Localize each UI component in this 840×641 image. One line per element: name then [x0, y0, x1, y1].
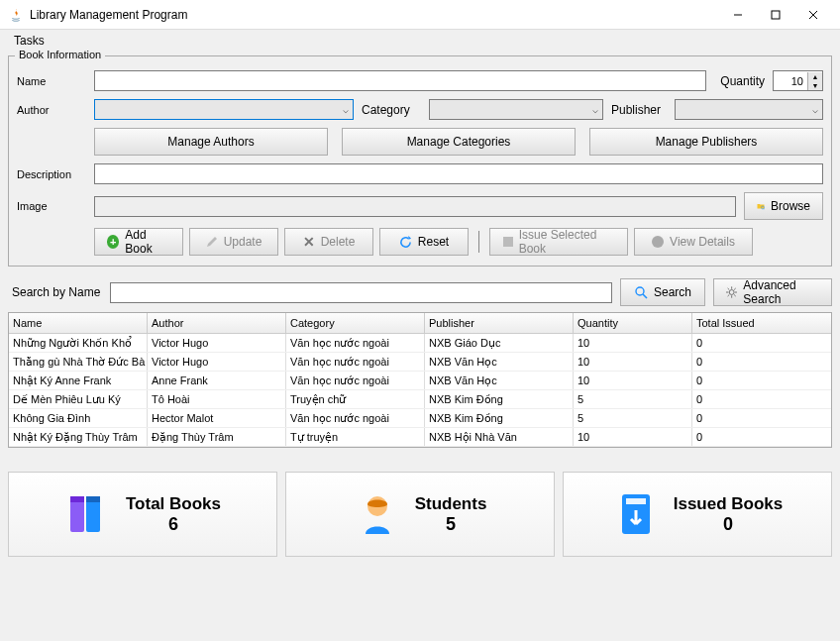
table-cell: Victor Hugo	[148, 334, 286, 352]
col-header[interactable]: Publisher	[425, 313, 574, 333]
table-cell: Hector Malot	[148, 409, 286, 427]
table-cell: Văn học nước ngoài	[286, 409, 425, 427]
issued-value: 0	[674, 514, 784, 535]
description-input[interactable]	[94, 163, 823, 184]
svg-point-7	[636, 287, 644, 295]
table-cell: Những Người Khốn Khổ	[9, 334, 148, 352]
titlebar: Library Management Program	[0, 0, 840, 30]
table-header: NameAuthorCategoryPublisherQuantityTotal…	[9, 313, 831, 334]
table-row[interactable]: Nhật Ký Đặng Thùy TrâmĐặng Thùy TrâmTự t…	[9, 428, 831, 447]
menubar: Tasks	[0, 30, 840, 52]
table-cell: NXB Hội Nhà Văn	[425, 428, 574, 446]
author-combo[interactable]	[94, 99, 354, 120]
col-header[interactable]: Total Issued	[692, 313, 831, 333]
col-header[interactable]: Quantity	[574, 313, 692, 333]
table-cell: Không Gia Đình	[9, 409, 148, 427]
book-icon	[502, 236, 513, 248]
table-cell: 10	[574, 428, 692, 446]
issue-selected-button[interactable]: Issue Selected Book	[489, 228, 628, 256]
table-row[interactable]: Những Người Khốn KhổVictor HugoVăn học n…	[9, 334, 831, 353]
spinner-up[interactable]: ▲	[808, 72, 822, 81]
table-cell: 0	[692, 390, 831, 408]
quantity-input[interactable]	[774, 71, 807, 90]
author-label: Author	[17, 104, 86, 116]
advanced-search-button[interactable]: Advanced Search	[713, 278, 832, 306]
students-value: 5	[415, 514, 487, 535]
publisher-label: Publisher	[611, 103, 667, 117]
table-cell: Truyện chữ	[286, 390, 425, 408]
dot-icon	[652, 236, 664, 248]
publisher-combo[interactable]	[675, 99, 823, 120]
manage-authors-button[interactable]: Manage Authors	[94, 128, 328, 156]
maximize-button[interactable]	[757, 1, 794, 29]
table-cell: NXB Kim Đồng	[425, 390, 574, 408]
table-cell: 5	[574, 390, 692, 408]
table-cell: 0	[692, 409, 831, 427]
table-cell: 5	[574, 409, 692, 427]
search-input[interactable]	[110, 282, 612, 303]
student-icon	[354, 490, 401, 538]
svg-rect-16	[626, 498, 646, 504]
quantity-spinner[interactable]: ▲ ▼	[773, 70, 823, 91]
svg-rect-12	[70, 496, 84, 502]
table-cell: 0	[692, 428, 831, 446]
col-header[interactable]: Author	[148, 313, 286, 333]
delete-button[interactable]: ✕ Delete	[284, 228, 373, 256]
minimize-button[interactable]	[719, 1, 757, 29]
table-cell: Văn học nước ngoài	[286, 334, 425, 352]
table-cell: Tự truyện	[286, 428, 425, 446]
total-books-label: Total Books	[126, 494, 221, 514]
search-button[interactable]: Search	[620, 278, 705, 306]
description-label: Description	[17, 168, 86, 180]
separator	[478, 231, 479, 253]
table-row[interactable]: Thằng gù Nhà Thờ Đức BàVictor HugoVăn họ…	[9, 353, 831, 372]
category-label: Category	[362, 103, 421, 117]
book-info-fieldset: Book Information Name Quantity ▲ ▼ Autho…	[8, 55, 832, 267]
browse-button[interactable]: Browse	[744, 192, 823, 220]
image-label: Image	[17, 200, 86, 212]
table-cell: 10	[574, 334, 692, 352]
table-cell: 10	[574, 372, 692, 389]
menu-tasks[interactable]: Tasks	[8, 32, 51, 50]
pencil-icon	[206, 236, 218, 248]
gear-icon	[726, 285, 737, 299]
image-path-input	[94, 196, 736, 217]
view-details-button[interactable]: View Details	[634, 228, 753, 256]
table-cell: 0	[692, 372, 831, 389]
fieldset-title: Book Information	[15, 49, 105, 60]
table-row[interactable]: Dế Mèn Phiêu Lưu KýTô HoàiTruyện chữNXB …	[9, 390, 831, 409]
close-button[interactable]	[794, 1, 832, 29]
table-cell: 10	[574, 353, 692, 371]
table-cell: NXB Kim Đồng	[425, 409, 574, 427]
search-icon	[634, 285, 648, 299]
table-cell: Dế Mèn Phiêu Lưu Ký	[9, 390, 148, 408]
refresh-icon	[399, 236, 412, 249]
svg-rect-1	[772, 11, 780, 19]
table-cell: Văn học nước ngoài	[286, 353, 425, 371]
update-button[interactable]: Update	[189, 228, 278, 256]
total-books-value: 6	[126, 514, 221, 535]
manage-categories-button[interactable]: Manage Categories	[342, 128, 576, 156]
plus-icon: +	[107, 235, 119, 249]
name-input[interactable]	[94, 70, 706, 91]
col-header[interactable]: Category	[286, 313, 425, 333]
table-row[interactable]: Nhật Ký Anne FrankAnne FrankVăn học nước…	[9, 372, 831, 390]
issued-icon	[612, 490, 660, 538]
svg-point-9	[729, 290, 734, 295]
table-row[interactable]: Không Gia ĐìnhHector MalotVăn học nước n…	[9, 409, 831, 428]
table-cell: 0	[692, 334, 831, 352]
svg-rect-6	[503, 237, 513, 247]
books-icon	[64, 490, 112, 538]
table-cell: NXB Văn Học	[425, 353, 574, 371]
spinner-down[interactable]: ▼	[808, 81, 822, 90]
category-combo[interactable]	[429, 99, 603, 120]
reset-button[interactable]: Reset	[379, 228, 469, 256]
table-cell: Tô Hoài	[148, 390, 286, 408]
add-book-button[interactable]: + Add Book	[94, 228, 183, 256]
table-cell: Đặng Thùy Trâm	[148, 428, 286, 446]
manage-publishers-button[interactable]: Manage Publishers	[589, 128, 823, 156]
students-card: Students 5	[285, 472, 555, 557]
total-books-card: Total Books 6	[8, 472, 277, 557]
issued-label: Issued Books	[674, 494, 784, 514]
col-header[interactable]: Name	[9, 313, 148, 333]
